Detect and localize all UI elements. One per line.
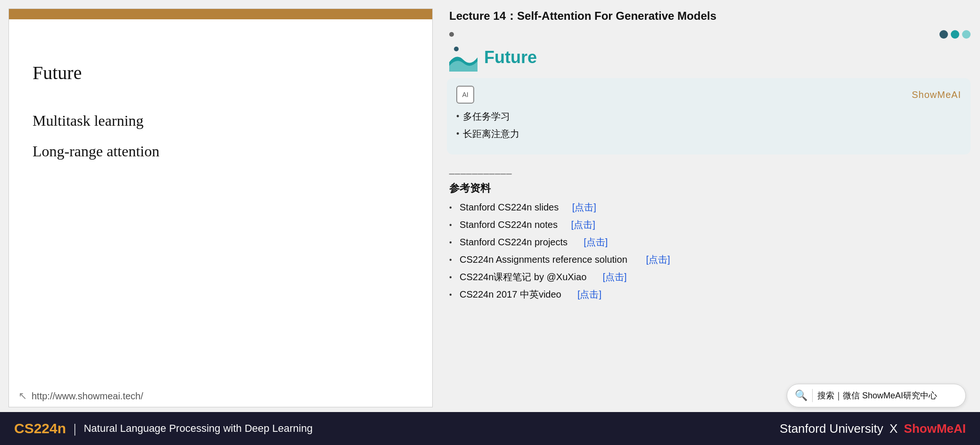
ref-bullet-2: • [449, 238, 457, 247]
showmeai-brand-label: ShowMeAI [912, 89, 961, 100]
ref-item-0: • Stanford CS224n slides [点击] [449, 201, 971, 214]
ref-bullet-3: • [449, 256, 457, 264]
future-wave-icon [449, 43, 478, 72]
ref-item-4: • CS224n课程笔记 by @XuXiao [点击] [449, 271, 971, 283]
bottom-separator: | [74, 421, 76, 436]
right-panel: Lecture 14：Self-Attention For Generative… [442, 0, 980, 412]
nav-dot-1[interactable] [939, 30, 948, 39]
ref-link-2[interactable]: [点击] [584, 236, 608, 249]
slide-panel: Future Multitask learning Long-range att… [8, 8, 433, 407]
cursor-icon: ↖ [18, 390, 27, 402]
ref-link-0[interactable]: [点击] [572, 201, 596, 214]
search-bar[interactable]: 🔍 搜索｜微信 ShowMeAI研究中心 [787, 384, 966, 407]
separator: ___________ [449, 164, 971, 175]
nav-dot-3[interactable] [962, 30, 971, 39]
references-section: ___________ 参考资料 • Stanford CS224n slide… [447, 164, 971, 306]
future-title: Future [484, 48, 537, 67]
ref-item-1: • Stanford CS224n notes [点击] [449, 218, 971, 231]
search-divider [812, 389, 813, 402]
slide-item-1: Multitask learning [33, 112, 409, 129]
lecture-title: Lecture 14：Self-Attention For Generative… [447, 8, 971, 24]
nav-dot-small [449, 32, 454, 37]
bottom-bar: CS224n | Natural Language Processing wit… [0, 412, 980, 445]
ref-item-5: • CS224n 2017 中英video [点击] [449, 288, 971, 301]
ref-link-1[interactable]: [点击] [571, 218, 595, 231]
ref-bullet-0: • [449, 203, 457, 212]
future-header: Future [447, 43, 971, 72]
card-bullet-1: • 多任务学习 [456, 110, 961, 123]
showmeai-card: AI ShowMeAI • 多任务学习 • 长距离注意力 [447, 78, 971, 154]
ref-item-3: • CS224n Assignments reference solution … [449, 253, 971, 266]
search-text: 搜索｜微信 ShowMeAI研究中心 [817, 390, 937, 401]
svg-point-0 [454, 47, 459, 51]
bottom-left: CS224n | Natural Language Processing wit… [14, 421, 313, 437]
slide-item-2: Long-range attention [33, 143, 409, 160]
ref-link-3[interactable]: [点击] [646, 253, 670, 266]
ai-badge-icon: AI [456, 86, 474, 104]
slide-footer: ↖ http://www.showmeai.tech/ [9, 385, 432, 407]
search-icon: 🔍 [795, 389, 807, 402]
nav-dot-2[interactable] [951, 30, 959, 39]
ref-link-5[interactable]: [点击] [577, 288, 601, 301]
stanford-text: Stanford University [780, 421, 883, 436]
ref-link-4[interactable]: [点击] [603, 271, 627, 283]
slide-body: Future Multitask learning Long-range att… [9, 19, 432, 385]
showmeai-bottom-brand: ShowMeAI [904, 421, 966, 436]
ref-bullet-5: • [449, 291, 457, 299]
bottom-right: Stanford University X ShowMeAI [780, 421, 966, 436]
course-code: CS224n [14, 421, 66, 437]
bullet-dot-2: • [456, 129, 459, 139]
slide-top-bar [9, 9, 432, 19]
slide-nav [447, 30, 971, 39]
ref-bullet-4: • [449, 273, 457, 282]
slide-url: http://www.showmeai.tech/ [32, 391, 143, 402]
card-bullet-2: • 长距离注意力 [456, 128, 961, 140]
ref-bullet-1: • [449, 221, 457, 229]
ref-item-2: • Stanford CS224n projects [点击] [449, 236, 971, 249]
course-description: Natural Language Processing with Deep Le… [84, 422, 313, 435]
ref-title: 参考资料 [449, 181, 971, 195]
bullet-dot-1: • [456, 112, 459, 121]
x-symbol: X [886, 421, 901, 436]
card-top: AI ShowMeAI [456, 86, 961, 104]
slide-title: Future [33, 62, 409, 84]
